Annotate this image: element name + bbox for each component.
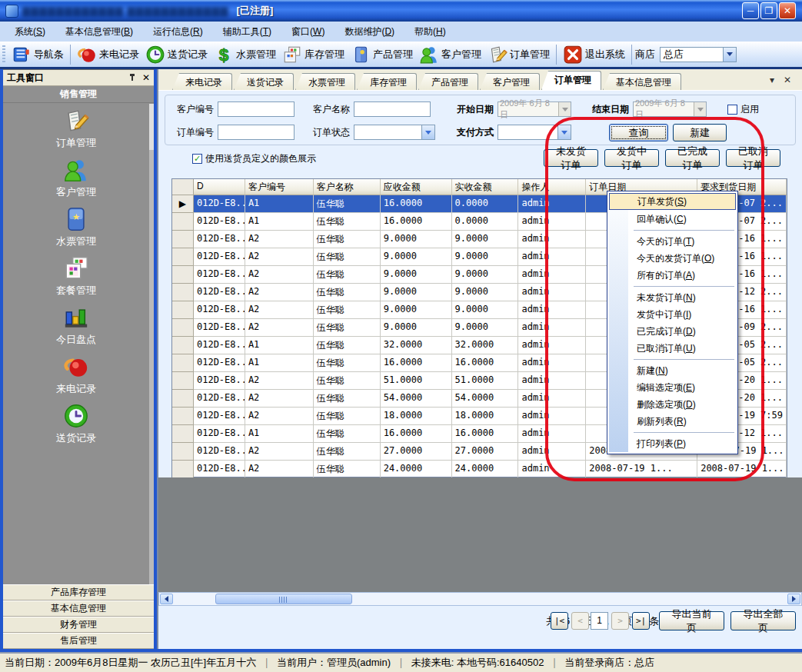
row-selector-cell[interactable] — [172, 319, 194, 337]
menu-item-6[interactable]: 数据维护(D) — [334, 22, 404, 42]
context-menu-item-1[interactable]: 订单发货(S) — [609, 193, 736, 210]
shop-dropdown-icon[interactable] — [723, 48, 736, 62]
tab-4[interactable]: 库存管理 — [357, 73, 417, 90]
pin-icon[interactable] — [128, 73, 136, 82]
sidebar-item-4[interactable]: 套餐管理 — [3, 251, 149, 301]
column-header-2[interactable]: 客户编号 — [245, 179, 314, 195]
export-all-pages-button[interactable]: 导出全部页 — [730, 611, 796, 630]
page-number-input[interactable]: 1 — [591, 612, 608, 630]
sidebar-item-5[interactable]: 今日盘点 — [3, 301, 149, 350]
first-page-button[interactable]: |< — [551, 612, 568, 630]
sidebar-close-icon[interactable]: ✕ — [142, 72, 150, 83]
row-selector-cell[interactable] — [172, 248, 194, 266]
menu-item-3[interactable]: 运行信息(R) — [143, 22, 213, 42]
table-row[interactable]: 012D-E8...A2伍华聪24.000024.0000admin2008-0… — [172, 461, 787, 478]
sidebar-group-1[interactable]: 产品库存管理 — [3, 584, 154, 600]
tab-3[interactable]: 水票管理 — [295, 73, 355, 90]
column-header-1[interactable]: D — [194, 179, 245, 195]
tab-list-dropdown-icon[interactable]: ▾ — [770, 75, 774, 85]
next-page-button[interactable]: > — [611, 612, 629, 630]
context-menu-item-14[interactable]: 打印列表(P) — [609, 435, 736, 452]
minimize-button[interactable]: ─ — [742, 2, 759, 19]
pay-method-dropdown-icon[interactable] — [557, 125, 571, 139]
tab-5[interactable]: 产品管理 — [418, 73, 478, 90]
context-menu-item-6[interactable]: 未发货订单(N) — [609, 289, 736, 306]
menu-item-1[interactable]: 系统(S) — [5, 22, 55, 42]
context-menu-item-10[interactable]: 新建(N) — [609, 362, 736, 379]
row-selector-cell[interactable] — [172, 284, 194, 301]
query-button[interactable]: 查询 — [609, 124, 668, 141]
column-header-5[interactable]: 实收金额 — [452, 179, 519, 195]
context-menu-item-12[interactable]: 删除选定项(D) — [609, 396, 736, 413]
prev-page-button[interactable]: < — [571, 612, 589, 630]
row-selector-cell[interactable] — [172, 337, 194, 354]
toolbar-button-5[interactable]: 库存管理 — [279, 43, 348, 66]
row-selector-cell[interactable] — [172, 354, 194, 372]
status-filter-button-3[interactable]: 已完成订单 — [665, 149, 720, 167]
close-button[interactable]: ✕ — [779, 2, 796, 19]
toolbar-button-7[interactable]: 客户管理 — [416, 43, 484, 66]
order-no-input[interactable] — [218, 125, 295, 140]
start-date-picker[interactable]: 2009年 6月 8日 — [498, 101, 571, 117]
row-selector-cell[interactable] — [172, 425, 194, 443]
tab-1[interactable]: 来电记录 — [172, 73, 232, 90]
menu-item-2[interactable]: 基本信息管理(B) — [55, 22, 143, 42]
toolbar-button-9[interactable]: 退出系统 — [560, 43, 628, 66]
row-selector-cell[interactable] — [172, 372, 194, 390]
context-menu-item-4[interactable]: 今天的发货订单(O) — [609, 250, 736, 267]
last-page-button[interactable]: >| — [632, 612, 650, 630]
sidebar-group-4[interactable]: 售后管理 — [3, 633, 154, 649]
pay-method-select[interactable] — [498, 125, 571, 140]
tab-8[interactable]: 基本信息管理 — [603, 73, 681, 90]
order-status-select[interactable] — [354, 125, 435, 140]
menu-item-5[interactable]: 窗口(W) — [281, 22, 334, 42]
sidebar-group-2[interactable]: 基本信息管理 — [3, 600, 154, 617]
enable-checkbox[interactable] — [727, 105, 737, 115]
column-header-4[interactable]: 应收金额 — [381, 179, 452, 195]
sidebar-item-1[interactable]: 订单管理 — [3, 104, 149, 153]
status-filter-button-1[interactable]: 未发货订单 — [544, 149, 598, 167]
status-filter-button-2[interactable]: 发货中订单 — [604, 149, 659, 167]
row-selector-cell[interactable]: ▶ — [172, 195, 194, 213]
sidebar-item-6[interactable]: 来电记录 — [3, 350, 149, 399]
order-status-dropdown-icon[interactable] — [421, 125, 434, 139]
export-current-page-button[interactable]: 导出当前页 — [659, 611, 724, 630]
toolbar-button-2[interactable]: 来电记录 — [74, 43, 142, 66]
row-selector-cell[interactable] — [172, 266, 194, 284]
row-selector-cell[interactable] — [172, 408, 194, 425]
shop-select[interactable]: 总店 — [660, 47, 737, 62]
toolbar-button-4[interactable]: $水票管理 — [211, 43, 279, 66]
context-menu-item-9[interactable]: 已取消订单(U) — [609, 340, 736, 357]
context-menu-item-2[interactable]: 回单确认(C) — [609, 211, 736, 228]
row-selector-cell[interactable] — [172, 301, 194, 319]
row-selector-cell[interactable] — [172, 213, 194, 231]
context-menu-item-7[interactable]: 发货中订单(I) — [609, 306, 736, 323]
color-display-checkbox[interactable]: ✓ — [192, 154, 202, 164]
sidebar-item-2[interactable]: 客户管理 — [3, 153, 149, 202]
toolbar-button-8[interactable]: 订单管理 — [484, 43, 553, 66]
scroll-left-icon[interactable] — [160, 594, 173, 604]
context-menu-item-5[interactable]: 所有的订单(A) — [609, 267, 736, 284]
horizontal-scrollbar[interactable] — [158, 592, 802, 606]
tab-close-icon[interactable]: ✕ — [784, 75, 791, 85]
menu-item-4[interactable]: 辅助工具(T) — [213, 22, 281, 42]
sidebar-item-7[interactable]: 送货记录 — [3, 399, 149, 448]
column-header-6[interactable]: 操作人 — [518, 179, 586, 195]
sidebar-group-3[interactable]: 财务管理 — [3, 617, 154, 633]
row-selector-cell[interactable] — [172, 231, 194, 248]
context-menu-item-13[interactable]: 刷新列表(R) — [609, 413, 736, 430]
column-header-3[interactable]: 客户名称 — [314, 179, 381, 195]
toolbar-button-3[interactable]: 送货记录 — [142, 43, 211, 66]
row-selector-cell[interactable] — [172, 443, 194, 461]
maximize-button[interactable]: ❐ — [760, 2, 777, 19]
sidebar-item-3[interactable]: ★水票管理 — [3, 202, 149, 251]
status-filter-button-4[interactable]: 已取消订单 — [726, 149, 780, 167]
row-selector-cell[interactable] — [172, 390, 194, 408]
context-menu-item-3[interactable]: 今天的订单(T) — [609, 233, 736, 250]
customer-no-input[interactable] — [218, 101, 295, 117]
tab-2[interactable]: 送货记录 — [234, 73, 294, 90]
customer-name-input[interactable] — [354, 101, 431, 117]
end-date-picker[interactable]: 2009年 6月 8日 — [633, 101, 707, 117]
tab-7[interactable]: 订单管理 — [541, 71, 601, 90]
toolbar-button-6[interactable]: 产品管理 — [348, 43, 416, 66]
